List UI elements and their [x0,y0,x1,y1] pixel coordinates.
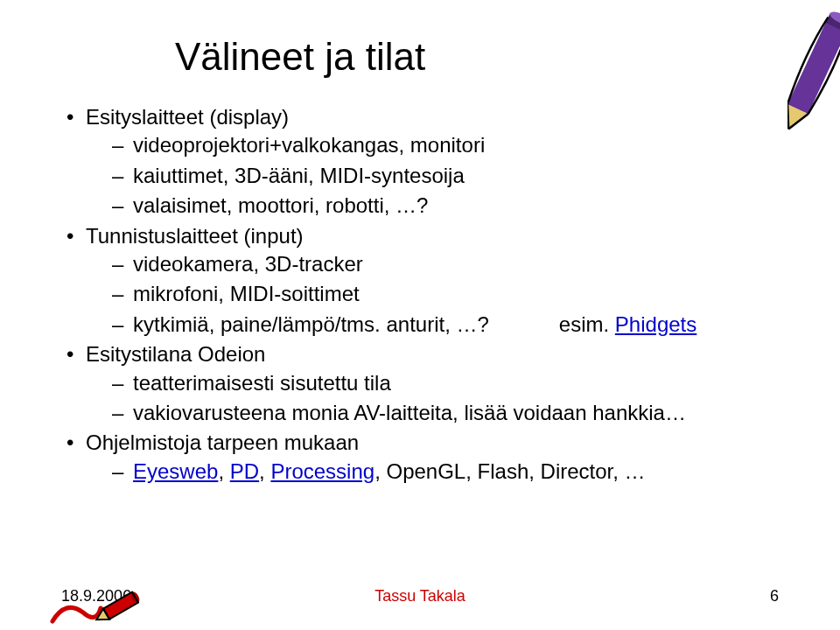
sub-bullet: kytkimiä, paine/lämpö/tms. anturit, …?es… [110,311,779,339]
sub-label: kaiuttimet, 3D-ääni, MIDI-syntesoija [133,164,465,187]
separator: , [259,459,270,483]
eyesweb-link[interactable]: Eyesweb [133,459,218,483]
sub-bullet: videokamera, 3D-tracker [110,250,779,278]
phidgets-link[interactable]: Phidgets [615,312,696,336]
bullet-software: Ohjelmistoja tarpeen mukaan Eyesweb, PD,… [61,429,779,486]
sub-label: videokamera, 3D-tracker [133,252,363,276]
rest-label: , OpenGL, Flash, Director, … [374,459,645,483]
sub-bullet: teatterimaisesti sisutettu tila [110,369,779,397]
sub-bullet: Eyesweb, PD, Processing, OpenGL, Flash, … [110,458,779,486]
sub-label: mikrofoni, MIDI-soittimet [133,282,360,305]
sub-label: valaisimet, moottori, robotti, …? [133,193,428,217]
slide: Välineet ja tilat Esityslaitteet (displa… [0,0,840,630]
sub-label: teatterimaisesti sisutettu tila [133,371,391,395]
sub-label: kytkimiä, paine/lämpö/tms. anturit, …? [133,312,489,336]
processing-link[interactable]: Processing [270,459,374,483]
svg-rect-0 [788,18,840,115]
page-title: Välineet ja tilat [175,35,779,79]
sub-bullet: videoprojektori+valkokangas, monitori [110,131,779,159]
bullet-odeion: Esitystilana Odeion teatterimaisesti sis… [61,340,779,427]
esim-label: esim. [559,312,615,336]
crayon-icon [788,0,840,140]
pd-link[interactable]: PD [230,459,259,483]
bullet-label: Esitystilana Odeion [86,342,265,366]
footer-page: 6 [770,587,779,606]
crayon-scribble-icon [48,582,144,630]
sub-label: vakiovarusteena monia AV-laitteita, lisä… [133,401,686,424]
sub-bullet: vakiovarusteena monia AV-laitteita, lisä… [110,399,779,427]
footer-author: Tassu Takala [374,587,466,606]
sub-label: videoprojektori+valkokangas, monitori [133,133,485,157]
sub-bullet: kaiuttimet, 3D-ääni, MIDI-syntesoija [110,162,779,190]
bullet-label: Tunnistuslaitteet (input) [86,224,304,248]
bullet-display: Esityslaitteet (display) videoprojektori… [61,103,779,220]
sub-bullet: valaisimet, moottori, robotti, …? [110,192,779,220]
bullet-label: Ohjelmistoja tarpeen mukaan [86,430,359,454]
content: Esityslaitteet (display) videoprojektori… [61,103,779,486]
separator: , [218,459,229,483]
bullet-input: Tunnistuslaitteet (input) videokamera, 3… [61,222,779,340]
sub-bullet: mikrofoni, MIDI-soittimet [110,280,779,308]
bullet-label: Esityslaitteet (display) [86,105,289,129]
